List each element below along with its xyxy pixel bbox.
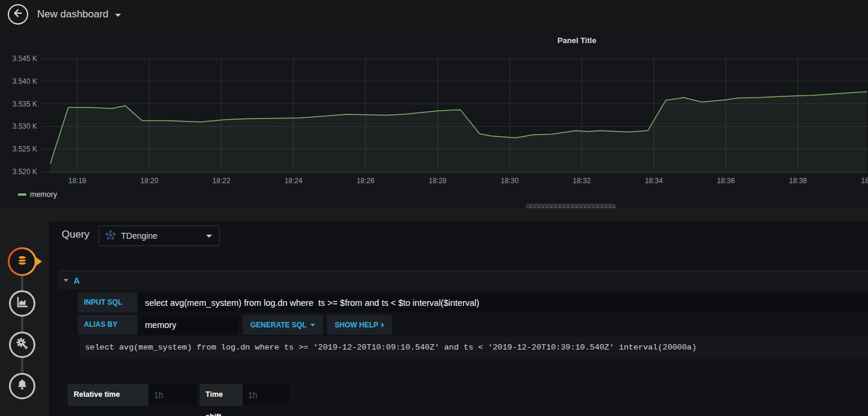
datasource-picker[interactable]: TDengine xyxy=(99,226,220,246)
relative-time-label: Relative time xyxy=(68,384,149,406)
relative-time-field[interactable] xyxy=(149,384,196,406)
datasource-name: TDengine xyxy=(121,231,158,241)
query-section-title: Query xyxy=(62,229,89,241)
tab-general[interactable] xyxy=(9,332,35,358)
chevron-right-icon xyxy=(382,323,384,327)
tab-visualization[interactable] xyxy=(9,290,35,317)
back-button[interactable] xyxy=(8,4,28,25)
time-series-chart[interactable]: 3.545 K3.540 K3.535 K3.530 K3.525 K3.520… xyxy=(6,31,868,204)
svg-text:18:40: 18:40 xyxy=(861,177,868,185)
legend-series-color xyxy=(18,193,26,196)
bell-icon xyxy=(15,378,29,394)
tab-alert[interactable] xyxy=(9,373,35,399)
alias-by-row: ALIAS BY GENERATE SQL SHOW HELP xyxy=(78,315,868,335)
input-sql-row: INPUT SQL xyxy=(78,293,868,312)
tab-connector-line xyxy=(21,262,23,386)
svg-text:3.525 K: 3.525 K xyxy=(13,145,37,153)
svg-text:18:32: 18:32 xyxy=(573,177,591,185)
svg-text:18:38: 18:38 xyxy=(789,177,807,185)
collapse-caret-icon[interactable] xyxy=(63,279,68,282)
dashboard-title[interactable]: New dashboard xyxy=(37,0,108,29)
queries-pane: Query TDengine A INPUT SQL xyxy=(49,221,868,416)
query-row-header[interactable]: A xyxy=(58,271,868,290)
svg-text:18:24: 18:24 xyxy=(285,177,303,185)
tab-queries[interactable] xyxy=(8,247,37,276)
active-tab-pointer xyxy=(35,257,42,266)
tdengine-logo-icon xyxy=(105,230,116,242)
arrow-left-icon xyxy=(12,7,24,22)
svg-text:18:26: 18:26 xyxy=(356,177,374,185)
time-shift-group: Time shift xyxy=(199,384,289,406)
svg-text:18:18: 18:18 xyxy=(68,177,86,185)
svg-text:3.530 K: 3.530 K xyxy=(13,122,37,130)
legend-item-memory[interactable]: memory xyxy=(18,190,57,199)
svg-text:18:28: 18:28 xyxy=(428,177,446,185)
generated-sql-preview: select avg(mem_system) from log.dn where… xyxy=(80,337,868,359)
time-shift-label: Time shift xyxy=(199,384,243,406)
svg-text:18:22: 18:22 xyxy=(213,177,231,185)
graph-panel: Panel Title 3.545 K3.540 K3.535 K3.530 K… xyxy=(6,31,868,204)
svg-text:3.540 K: 3.540 K xyxy=(13,77,37,86)
chevron-down-icon xyxy=(310,324,315,326)
chart-icon xyxy=(15,295,29,312)
svg-text:18:34: 18:34 xyxy=(645,177,663,185)
input-sql-label: INPUT SQL xyxy=(78,293,137,312)
alias-by-label: ALIAS BY xyxy=(78,315,137,335)
svg-text:18:20: 18:20 xyxy=(140,177,158,185)
generate-sql-label: GENERATE SQL xyxy=(250,321,307,329)
input-sql-field[interactable] xyxy=(139,293,868,312)
query-ref-id: A xyxy=(74,276,80,286)
svg-text:18:36: 18:36 xyxy=(717,177,735,185)
database-icon xyxy=(14,253,30,271)
svg-text:3.535 K: 3.535 K xyxy=(13,100,37,108)
legend-series-label: memory xyxy=(30,190,57,199)
svg-text:18:30: 18:30 xyxy=(501,177,519,185)
svg-text:3.520 K: 3.520 K xyxy=(13,168,37,176)
svg-text:3.545 K: 3.545 K xyxy=(13,54,37,63)
chevron-down-icon[interactable] xyxy=(115,14,121,17)
time-shift-field[interactable] xyxy=(243,384,289,406)
generate-sql-button[interactable]: GENERATE SQL xyxy=(243,315,323,335)
query-options-row: Relative time Time shift xyxy=(68,384,289,406)
tab-queries-ring xyxy=(10,249,35,274)
top-navbar: New dashboard xyxy=(0,0,868,29)
chevron-down-icon xyxy=(206,235,212,238)
show-help-label: SHOW HELP xyxy=(335,321,379,329)
alias-by-field[interactable] xyxy=(139,315,238,335)
show-help-button[interactable]: SHOW HELP xyxy=(327,315,392,335)
gear-icon xyxy=(15,336,29,353)
